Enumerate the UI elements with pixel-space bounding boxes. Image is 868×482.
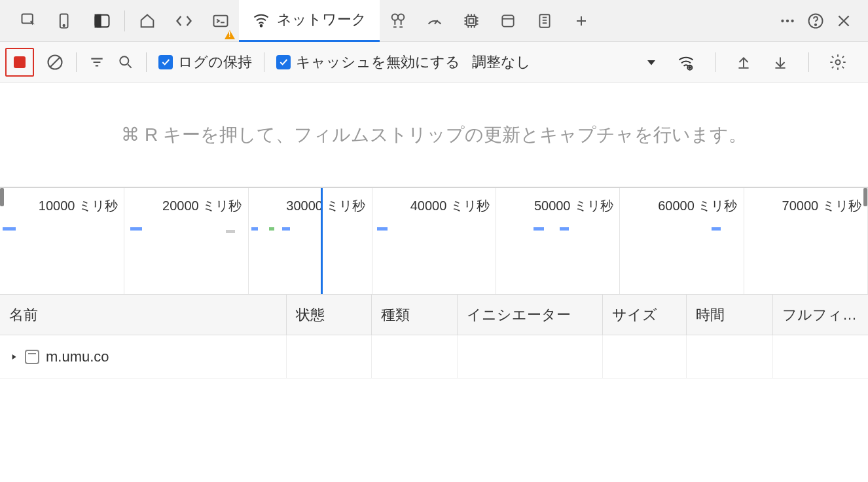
stop-icon (14, 56, 26, 68)
tab-console[interactable] (202, 0, 239, 42)
divider (124, 10, 125, 31)
request-bar (251, 227, 258, 231)
tab-performance[interactable] (416, 0, 453, 42)
separator (264, 52, 264, 72)
record-button[interactable] (5, 48, 34, 77)
filter-icon[interactable] (88, 54, 105, 71)
svg-rect-10 (469, 18, 474, 23)
svg-rect-4 (96, 14, 101, 27)
col-fulfilled[interactable]: フルフィ… (773, 295, 868, 335)
tab-elements[interactable] (166, 0, 202, 42)
warning-badge (225, 30, 235, 39)
svg-point-7 (392, 14, 398, 20)
import-icon[interactable] (735, 54, 752, 71)
top-right-controls (779, 12, 868, 30)
preserve-log-label: ログの保持 (178, 52, 252, 72)
cell-size (603, 335, 687, 378)
export-icon[interactable] (772, 54, 789, 71)
tick-label: 40000 ミリ秒 (410, 197, 492, 215)
filmstrip-area: ⌘ R キーを押して、フィルムストリップの更新とキャプチャを行います。 (0, 83, 868, 187)
tab-network[interactable]: ネットワーク (239, 0, 380, 42)
request-bar (130, 227, 142, 231)
request-name: m.umu.co (46, 348, 109, 365)
throttling-label: 調整なし (472, 52, 531, 72)
tab-add[interactable] (563, 0, 600, 42)
network-conditions-icon[interactable] (677, 53, 695, 71)
tab-group: ネットワーク (0, 0, 600, 42)
col-time[interactable]: 時間 (687, 295, 773, 335)
tick-label: 10000 ミリ秒 (39, 197, 120, 215)
request-bar (3, 227, 16, 231)
search-icon[interactable] (117, 54, 134, 71)
cell-status (287, 335, 372, 378)
separator (808, 52, 809, 72)
svg-rect-11 (502, 15, 513, 26)
request-bar (377, 227, 388, 231)
preserve-log-checkbox[interactable]: ログの保持 (158, 52, 252, 72)
svg-rect-9 (467, 16, 476, 26)
request-bar (533, 227, 544, 231)
request-bar (226, 230, 235, 233)
tab-sources[interactable] (380, 0, 416, 42)
tab-storage[interactable] (526, 0, 563, 42)
cell-time (687, 335, 773, 378)
table-header: 名前 状態 種類 イニシエーター サイズ 時間 フルフィ… (0, 295, 868, 335)
playhead[interactable] (321, 188, 323, 294)
tab-welcome[interactable] (129, 0, 166, 42)
range-handle-left[interactable] (0, 188, 4, 206)
clear-button[interactable] (46, 53, 64, 71)
cell-name: m.umu.co (0, 335, 287, 378)
cell-fulfilled (773, 335, 868, 378)
document-icon (25, 350, 39, 364)
separator (146, 52, 147, 72)
svg-point-8 (398, 14, 404, 20)
timeline-inner: 10000 ミリ秒 20000 ミリ秒 30000 ミリ秒 40000 ミリ秒 … (0, 187, 868, 294)
col-name[interactable]: 名前 (0, 295, 287, 335)
svg-point-17 (815, 24, 816, 25)
table-row[interactable]: m.umu.co (0, 335, 868, 379)
filmstrip-message: ⌘ R キーを押して、フィルムストリップの更新とキャプチャを行います。 (121, 122, 747, 147)
col-type[interactable]: 種類 (372, 295, 458, 335)
tick-label: 50000 ミリ秒 (534, 197, 616, 215)
network-toolbar: ログの保持 キャッシュを無効にする 調整なし (0, 42, 868, 83)
throttling-dropdown[interactable]: 調整なし (472, 52, 531, 72)
request-bar (560, 227, 569, 231)
svg-point-21 (836, 60, 841, 64)
request-bar (282, 227, 290, 231)
help-icon[interactable] (806, 12, 825, 30)
timeline-overview[interactable]: 10000 ミリ秒 20000 ミリ秒 30000 ミリ秒 40000 ミリ秒 … (0, 187, 868, 295)
tick-label: 60000 ミリ秒 (658, 197, 740, 215)
svg-rect-12 (539, 14, 549, 28)
wifi-icon (252, 10, 270, 29)
col-status[interactable]: 状態 (287, 295, 372, 335)
cell-type (372, 335, 458, 378)
tab-memory[interactable] (453, 0, 490, 42)
tab-application[interactable] (490, 0, 526, 42)
device-toggle-icon[interactable] (47, 0, 84, 42)
separator (715, 52, 715, 72)
tick-label: 70000 ミリ秒 (782, 197, 864, 215)
devtools-tab-bar: ネットワーク (0, 0, 868, 42)
throttling-caret[interactable] (645, 56, 657, 68)
svg-point-14 (786, 19, 789, 22)
svg-point-13 (781, 19, 784, 22)
disable-cache-label: キャッシュを無効にする (296, 52, 460, 72)
close-icon[interactable] (835, 12, 852, 29)
more-icon[interactable] (779, 12, 796, 29)
dock-icon[interactable] (84, 0, 120, 42)
disable-cache-checkbox[interactable]: キャッシュを無効にする (276, 52, 460, 72)
svg-point-2 (63, 24, 65, 26)
expand-arrow-icon[interactable] (9, 352, 18, 362)
tick-label: 20000 ミリ秒 (162, 197, 244, 215)
request-bar (269, 227, 274, 231)
svg-point-15 (791, 19, 793, 22)
request-bar (712, 227, 721, 231)
col-initiator[interactable]: イニシエーター (458, 295, 603, 335)
settings-icon[interactable] (829, 53, 847, 71)
separator (76, 52, 77, 72)
cell-initiator (458, 335, 603, 378)
tab-network-label: ネットワーク (277, 10, 367, 29)
col-size[interactable]: サイズ (603, 295, 687, 335)
inspect-icon[interactable] (10, 0, 47, 42)
tick-label: 30000 ミリ秒 (286, 197, 368, 215)
